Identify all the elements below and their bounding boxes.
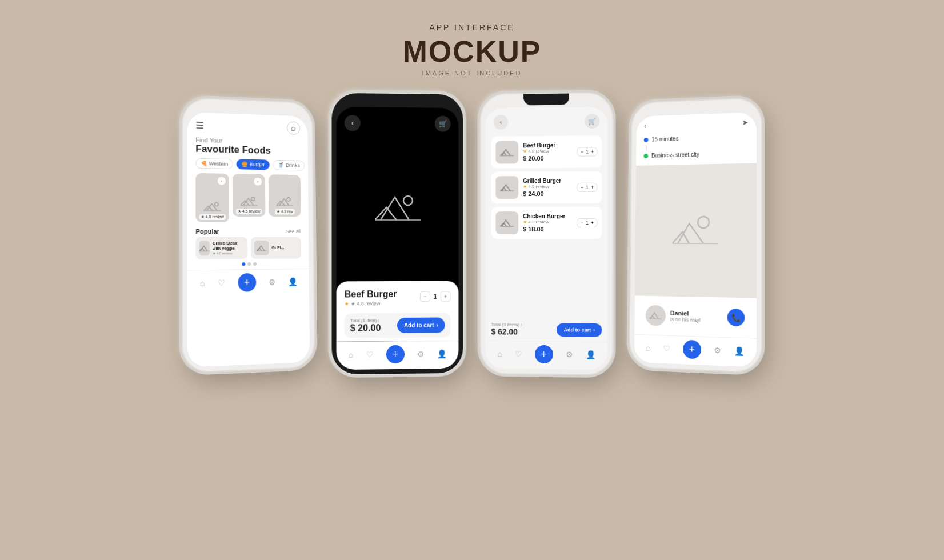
food-1-plus[interactable]: +: [591, 149, 594, 154]
p2-plus-button[interactable]: +: [386, 345, 405, 363]
p2-gear-icon[interactable]: ⚙: [417, 350, 425, 359]
food-1-name: Beef Burger: [523, 142, 572, 149]
p4-heart-icon[interactable]: ♡: [663, 344, 670, 354]
food-2-img: [495, 176, 518, 199]
p3-topbar: ‹ 🛒: [486, 107, 608, 134]
dot-3[interactable]: [253, 262, 257, 266]
food-2-price: $ 24.00: [523, 190, 572, 197]
dot-1[interactable]: [242, 262, 245, 266]
card-nav-2[interactable]: ›: [254, 178, 262, 186]
phone-1-screen: ☰ ⌕ Find Your Favourite Foods 🍕 Western …: [187, 112, 310, 367]
food-2-plus[interactable]: +: [591, 185, 594, 190]
food-2-qty[interactable]: − 1 +: [577, 183, 598, 192]
header-subtitle: APP INTERFACE: [402, 23, 541, 32]
driver-avatar: [646, 305, 666, 326]
route-connector: [646, 145, 646, 151]
food-3-plus[interactable]: +: [591, 220, 594, 226]
popular-item-2-info: Gr Pl...: [271, 246, 284, 250]
p3-cart-button[interactable]: 🛒: [585, 114, 599, 129]
cart-button[interactable]: 🛒: [435, 116, 451, 132]
food-card-3-img: [277, 195, 293, 208]
driver-avatar-img: [650, 310, 662, 321]
food-1-img: [495, 141, 518, 163]
food-3-name: Chicken Burger: [523, 213, 572, 219]
food-2-name: Grilled Burger: [523, 178, 572, 184]
p3-heart-icon[interactable]: ♡: [515, 350, 522, 359]
food-list-item-3[interactable]: Chicken Burger ★ 4.3 review $ 18.00 − 1 …: [491, 207, 602, 239]
cart-total-label: Total (3 items) :: [491, 322, 522, 327]
p4-plus-button[interactable]: +: [683, 340, 701, 359]
food-3-minus[interactable]: −: [581, 220, 583, 226]
food-list-item-1[interactable]: Beef Burger ★ 4.8 review $ 20.00 − 1 +: [491, 135, 602, 168]
cart-icon: 🛒: [438, 120, 447, 128]
food-1-rating: ★ 4.8 review: [523, 149, 572, 154]
category-western[interactable]: 🍕 Western: [195, 158, 233, 169]
category-burger[interactable]: 🍔 Burger: [237, 159, 270, 170]
product-rating: ★ ★ 4.8 review: [345, 301, 397, 307]
add-to-cart-button[interactable]: Add to cart ›: [397, 317, 445, 333]
p4-back-icon[interactable]: ‹: [644, 122, 646, 130]
p2-home-icon[interactable]: ⌂: [349, 350, 354, 359]
p3-back-button[interactable]: ‹: [493, 115, 508, 130]
plus-button[interactable]: +: [238, 273, 256, 292]
p2-heart-icon[interactable]: ♡: [366, 350, 374, 359]
popular-item-1[interactable]: Grilled Steak with Veggie ★ 4.5 review: [195, 237, 247, 259]
back-button[interactable]: ‹: [345, 115, 361, 131]
p4-send-icon[interactable]: ➤: [742, 118, 749, 127]
phone-3: ‹ 🛒 Beef Burger: [481, 93, 613, 374]
driver-card: Daniel is on his way! 📞: [640, 301, 751, 334]
cart-total-info: Total (3 items) : $ 62.00: [491, 322, 522, 336]
dot-2[interactable]: [247, 262, 251, 266]
food-1-info: Beef Burger ★ 4.8 review $ 20.00: [523, 142, 572, 162]
food-2-minus[interactable]: −: [581, 185, 583, 190]
route-address-item: Business street city: [644, 150, 749, 159]
food-1-rating-text: 4.8 review: [528, 149, 549, 154]
hamburger-icon[interactable]: ☰: [195, 119, 203, 130]
food-card-3[interactable]: ★ 4.3 rev: [269, 174, 301, 217]
phone-2-screen: ‹ 🛒 Beef Burger: [337, 107, 459, 370]
header-title: MOCKUP: [402, 34, 541, 69]
qty-minus-button[interactable]: −: [420, 291, 430, 302]
popular-title: Popular: [195, 228, 219, 235]
cart-add-to-cart-button[interactable]: Add to cart ›: [557, 323, 602, 337]
qty-plus-button[interactable]: +: [441, 291, 451, 302]
product-info: Beef Burger ★ ★ 4.8 review − 1 +: [337, 281, 459, 342]
card-nav-1[interactable]: ›: [218, 177, 226, 185]
heart-icon[interactable]: ♡: [218, 278, 225, 287]
categories-row: 🍕 Western 🍔 Burger 🥤 Drinks: [187, 158, 308, 175]
p3-gear-icon[interactable]: ⚙: [566, 350, 573, 359]
food-card-2-img: [241, 195, 258, 207]
p3-plus-button[interactable]: +: [535, 345, 553, 363]
food-3-img: [495, 211, 518, 234]
map-area: [635, 163, 757, 298]
food-2-rating: ★ 4.5 review: [523, 184, 572, 189]
p4-home-icon[interactable]: ⌂: [646, 343, 650, 353]
food-3-qty[interactable]: − 1 +: [577, 218, 598, 227]
user-icon[interactable]: 👤: [288, 277, 298, 286]
food-list-item-2[interactable]: Grilled Burger ★ 4.5 review $ 24.00 − 1 …: [491, 171, 602, 204]
home-icon[interactable]: ⌂: [200, 278, 205, 287]
see-all-link[interactable]: See all: [286, 229, 301, 234]
add-to-cart-arrow: ›: [436, 322, 438, 329]
category-drinks[interactable]: 🥤 Drinks: [273, 160, 305, 171]
p3-bottom-nav: ⌂ ♡ + ⚙ 👤: [486, 341, 608, 370]
p4-user-icon[interactable]: 👤: [734, 346, 744, 356]
search-icon[interactable]: ⌕: [287, 121, 300, 135]
p3-home-icon[interactable]: ⌂: [497, 349, 502, 358]
food-1-qty[interactable]: − 1 +: [577, 147, 598, 156]
food-1-minus[interactable]: −: [581, 149, 583, 155]
p4-gear-icon[interactable]: ⚙: [714, 346, 721, 355]
food-2-svg: [500, 182, 514, 193]
p4-bottom-nav: ⌂ ♡ + ⚙ 👤: [634, 334, 757, 367]
p3-user-icon[interactable]: 👤: [586, 350, 595, 359]
food-card-2[interactable]: › ★ 4.5 review: [233, 174, 266, 217]
popular-header: Popular See all: [187, 226, 309, 237]
p1-topbar: ☰ ⌕: [187, 112, 307, 137]
gear-icon[interactable]: ⚙: [269, 278, 276, 287]
phone-3-notch: [523, 94, 569, 106]
call-driver-button[interactable]: 📞: [727, 309, 745, 327]
food-card-1[interactable]: › ★ 4.8 review: [195, 173, 229, 222]
p2-user-icon[interactable]: 👤: [437, 349, 447, 358]
map-placeholder-svg: [672, 211, 718, 249]
popular-item-2[interactable]: Gr Pl...: [251, 237, 301, 259]
